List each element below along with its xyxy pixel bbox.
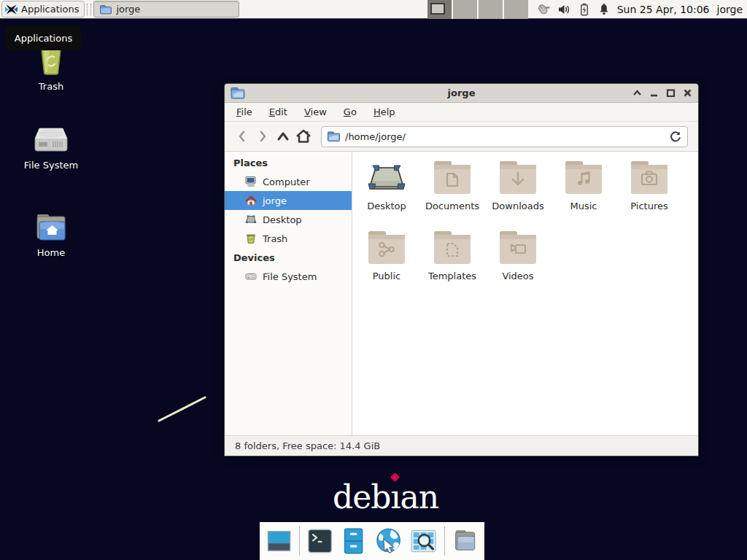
workspace-switcher xyxy=(427,0,528,19)
window-folder-icon xyxy=(231,87,245,99)
home-folder-icon xyxy=(34,213,68,242)
battery-charging-icon[interactable] xyxy=(578,3,590,16)
taskbar-window-label: jorge xyxy=(116,4,140,15)
sidebar-header-places: Places xyxy=(225,153,352,172)
menu-bar: File Edit View Go Help xyxy=(225,103,698,122)
file-label: Documents xyxy=(425,201,479,211)
sidebar-item-label: Desktop xyxy=(263,214,302,225)
file-tile-downloads[interactable]: Downloads xyxy=(485,159,551,229)
workspace-4[interactable] xyxy=(504,0,528,19)
panel-grip[interactable] xyxy=(87,4,91,15)
window-titlebar[interactable]: jorge xyxy=(225,84,698,103)
home-button[interactable] xyxy=(293,126,314,147)
mouse-icon[interactable] xyxy=(535,3,550,16)
desktop-icon-file-system[interactable]: File System xyxy=(7,124,95,171)
file-manager-icon[interactable] xyxy=(340,526,367,556)
desktop-icon-label: Home xyxy=(37,247,65,258)
minimize-button[interactable] xyxy=(649,88,659,98)
show-desktop-icon[interactable] xyxy=(266,526,293,556)
folder-public-icon xyxy=(366,229,407,267)
dock-separator xyxy=(299,526,300,556)
file-label: Pictures xyxy=(630,201,667,211)
applications-tooltip-text: Applications xyxy=(15,33,72,44)
menu-go[interactable]: Go xyxy=(344,106,357,117)
sidebar-item-desktop[interactable]: Desktop xyxy=(225,210,352,229)
system-tray xyxy=(535,3,610,16)
web-browser-icon[interactable] xyxy=(374,526,403,556)
file-label: Downloads xyxy=(492,201,543,211)
user-home-icon xyxy=(245,195,257,206)
dock xyxy=(260,522,484,560)
sidebar-item-jorge[interactable]: jorge xyxy=(225,191,352,210)
status-bar: 8 folders, Free space: 14.4 GiB xyxy=(225,435,698,456)
folder-pictures-icon xyxy=(629,159,670,197)
workspace-window-miniature xyxy=(430,3,445,15)
sidebar-item-label: File System xyxy=(263,271,317,282)
volume-icon[interactable] xyxy=(558,4,570,15)
status-text: 8 folders, Free space: 14.4 GiB xyxy=(235,440,380,451)
file-tile-public[interactable]: Public xyxy=(354,229,419,299)
sidebar: Places Computer jorge xyxy=(225,152,352,435)
folder-documents-icon xyxy=(432,159,473,197)
workspace-1[interactable] xyxy=(427,0,452,19)
drive-icon xyxy=(245,271,257,282)
applications-tooltip: Applications xyxy=(6,26,81,50)
file-manager-window: jorge File Edit View Go Help xyxy=(225,84,698,456)
sidebar-item-computer[interactable]: Computer xyxy=(225,172,352,191)
file-list: Desktop Documents xyxy=(352,152,698,435)
up-button[interactable] xyxy=(273,126,293,147)
folder-templates-icon xyxy=(432,229,473,267)
sidebar-item-file-system[interactable]: File System xyxy=(225,267,352,286)
taskbar-window-button[interactable]: jorge xyxy=(93,1,239,18)
applications-menu-button[interactable]: Applications xyxy=(1,1,85,18)
file-label: Music xyxy=(570,201,597,211)
path-input[interactable]: /home/jorge/ xyxy=(321,126,688,147)
notifications-bell-icon[interactable] xyxy=(598,3,610,15)
file-label: Desktop xyxy=(367,201,406,211)
forward-button[interactable] xyxy=(252,126,273,147)
trash-icon xyxy=(245,233,257,244)
back-button[interactable] xyxy=(232,126,252,147)
workspace-2[interactable] xyxy=(453,0,477,19)
top-panel: Applications jorge xyxy=(0,0,747,19)
workspace-3[interactable] xyxy=(479,0,503,19)
sidebar-item-label: Computer xyxy=(263,176,310,187)
file-tile-desktop[interactable]: Desktop xyxy=(354,159,419,229)
panel-username[interactable]: jorge xyxy=(717,4,743,15)
file-tile-music[interactable]: Music xyxy=(551,159,616,229)
folder-videos-icon xyxy=(498,229,538,267)
file-tile-documents[interactable]: Documents xyxy=(419,159,485,229)
file-tile-videos[interactable]: Videos xyxy=(485,229,551,299)
refresh-icon[interactable] xyxy=(670,131,681,143)
terminal-icon[interactable] xyxy=(306,526,333,556)
panel-clock[interactable]: Sun 25 Apr, 10:06 xyxy=(617,4,710,15)
folder-music-icon xyxy=(563,159,604,197)
hard-drive-icon xyxy=(34,124,69,155)
directory-menu-icon[interactable] xyxy=(452,526,479,556)
file-label: Public xyxy=(373,271,400,281)
folder-icon xyxy=(100,4,112,15)
folder-downloads-icon xyxy=(498,159,538,197)
file-tile-templates[interactable]: Templates xyxy=(419,229,485,299)
toolbar: /home/jorge/ xyxy=(225,122,698,152)
debian-logo: debıan xyxy=(333,478,438,516)
menu-help[interactable]: Help xyxy=(374,106,395,117)
desktop-icon xyxy=(245,214,257,225)
path-value: /home/jorge/ xyxy=(345,131,665,142)
desktop-folder-icon xyxy=(366,159,407,197)
menu-view[interactable]: View xyxy=(304,106,327,117)
menu-edit[interactable]: Edit xyxy=(269,106,287,117)
applications-menu-label: Applications xyxy=(21,4,79,15)
sidebar-item-trash[interactable]: Trash xyxy=(225,229,352,248)
sidebar-header-devices: Devices xyxy=(225,248,352,267)
menu-file[interactable]: File xyxy=(236,106,252,117)
maximize-button[interactable] xyxy=(665,88,676,98)
xfce-logo-icon xyxy=(5,4,18,15)
file-tile-pictures[interactable]: Pictures xyxy=(616,159,682,229)
shade-button[interactable] xyxy=(632,88,642,98)
desktop-icon-home[interactable]: Home xyxy=(7,213,95,258)
close-button[interactable] xyxy=(682,88,692,98)
application-finder-icon[interactable] xyxy=(409,526,438,556)
file-label: Templates xyxy=(428,271,476,281)
window-title: jorge xyxy=(225,88,698,98)
